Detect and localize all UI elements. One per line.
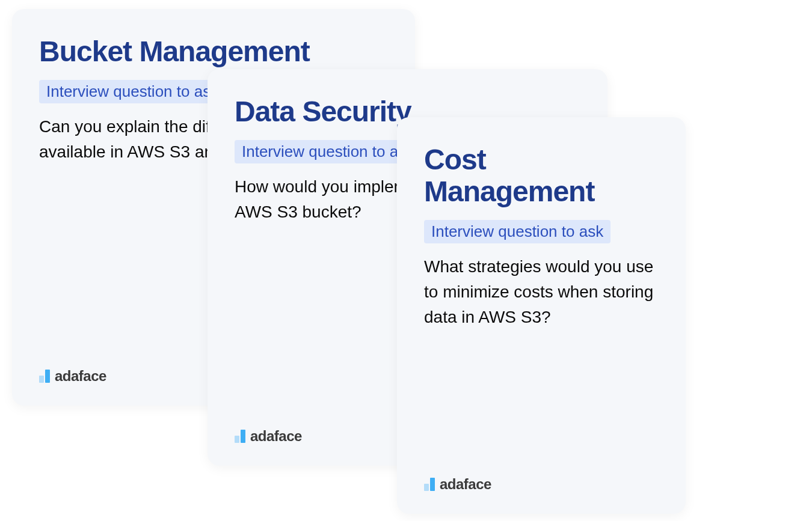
brand-name: adaface (440, 476, 491, 493)
brand-logo: adaface (235, 428, 302, 445)
interview-badge: Interview question to ask (424, 220, 611, 243)
brand-name: adaface (55, 368, 106, 385)
question-text: What strategies would you use to minimiz… (424, 254, 659, 330)
card-title: Cost Management (424, 144, 659, 208)
interview-badge: Interview question to ask (235, 140, 421, 163)
card-title: Bucket Management (39, 36, 388, 68)
brand-bars-icon (39, 370, 50, 383)
brand-bars-icon (424, 478, 435, 491)
interview-card-cost-management: Cost Management Interview question to as… (397, 117, 686, 514)
brand-name: adaface (250, 428, 302, 445)
brand-logo: adaface (424, 476, 491, 493)
brand-bars-icon (235, 430, 245, 443)
interview-badge: Interview question to ask (39, 80, 226, 103)
brand-logo: adaface (39, 368, 106, 385)
